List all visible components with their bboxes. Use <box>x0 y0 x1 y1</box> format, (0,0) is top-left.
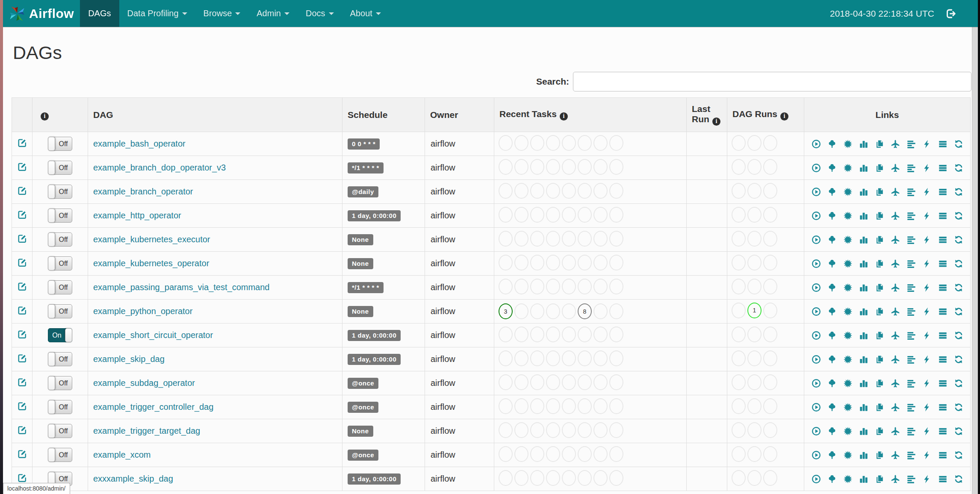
trigger-dag-icon[interactable] <box>812 474 821 484</box>
state-count-circle[interactable]: 3 <box>499 303 513 319</box>
dag-name-link[interactable]: example_subdag_operator <box>93 378 195 388</box>
edit-dag-icon[interactable] <box>18 282 27 291</box>
trigger-dag-icon[interactable] <box>812 211 821 221</box>
refresh-icon[interactable] <box>954 403 963 412</box>
task-tries-icon[interactable] <box>875 307 884 316</box>
gantt-view-icon[interactable] <box>906 283 916 292</box>
task-tries-icon[interactable] <box>875 355 884 364</box>
code-view-icon[interactable] <box>922 307 932 316</box>
trigger-dag-icon[interactable] <box>812 259 821 268</box>
dag-name-link[interactable]: example_http_operator <box>93 211 181 220</box>
edit-dag-icon[interactable] <box>18 401 27 411</box>
task-tries-icon[interactable] <box>875 259 884 268</box>
state-count-circle[interactable]: 1 <box>747 303 762 318</box>
state-count-circle[interactable]: 8 <box>578 303 592 319</box>
task-tries-icon[interactable] <box>875 379 884 388</box>
trigger-dag-icon[interactable] <box>812 426 821 436</box>
refresh-icon[interactable] <box>954 474 963 484</box>
dag-name-link[interactable]: example_branch_operator <box>93 187 193 196</box>
trigger-dag-icon[interactable] <box>812 403 821 412</box>
edit-dag-icon[interactable] <box>18 473 27 482</box>
task-duration-icon[interactable] <box>859 474 868 484</box>
trigger-dag-icon[interactable] <box>812 235 821 244</box>
landing-times-icon[interactable] <box>891 259 900 268</box>
graph-view-icon[interactable] <box>843 163 853 173</box>
tree-view-icon[interactable] <box>827 211 837 221</box>
search-input[interactable] <box>573 72 971 91</box>
trigger-dag-icon[interactable] <box>812 331 821 340</box>
gantt-view-icon[interactable] <box>906 163 916 173</box>
landing-times-icon[interactable] <box>891 187 900 197</box>
dag-pause-toggle[interactable]: Off <box>48 304 72 318</box>
dag-pause-toggle[interactable]: Off <box>48 352 72 366</box>
logs-icon[interactable] <box>938 474 948 484</box>
task-tries-icon[interactable] <box>875 163 884 173</box>
graph-view-icon[interactable] <box>843 307 853 316</box>
task-tries-icon[interactable] <box>875 331 884 340</box>
gantt-view-icon[interactable] <box>906 307 916 316</box>
dag-pause-toggle[interactable]: Off <box>48 376 72 390</box>
dag-name-link[interactable]: example_branch_dop_operator_v3 <box>93 163 226 172</box>
landing-times-icon[interactable] <box>891 163 900 173</box>
landing-times-icon[interactable] <box>891 355 900 364</box>
gantt-view-icon[interactable] <box>906 403 916 412</box>
nav-item-docs[interactable]: Docs <box>298 0 342 27</box>
tree-view-icon[interactable] <box>827 379 837 388</box>
code-view-icon[interactable] <box>922 187 932 197</box>
code-view-icon[interactable] <box>922 163 932 173</box>
logs-icon[interactable] <box>938 426 948 436</box>
task-duration-icon[interactable] <box>859 211 868 221</box>
refresh-icon[interactable] <box>954 307 963 316</box>
task-tries-icon[interactable] <box>875 283 884 292</box>
landing-times-icon[interactable] <box>891 403 900 412</box>
task-duration-icon[interactable] <box>859 355 868 364</box>
dag-pause-toggle[interactable]: Off <box>48 424 72 438</box>
code-view-icon[interactable] <box>922 283 932 292</box>
logs-icon[interactable] <box>938 259 948 268</box>
logs-icon[interactable] <box>938 235 948 244</box>
dag-name-link[interactable]: example_python_operator <box>93 306 192 316</box>
refresh-icon[interactable] <box>954 426 963 436</box>
graph-view-icon[interactable] <box>843 211 853 221</box>
nav-item-admin[interactable]: Admin <box>248 0 298 27</box>
tree-view-icon[interactable] <box>827 403 837 412</box>
tree-view-icon[interactable] <box>827 163 837 173</box>
tree-view-icon[interactable] <box>827 450 837 460</box>
gantt-view-icon[interactable] <box>906 426 916 436</box>
dag-name-link[interactable]: example_short_circuit_operator <box>93 330 213 340</box>
trigger-dag-icon[interactable] <box>812 355 821 364</box>
edit-dag-icon[interactable] <box>18 377 27 387</box>
tree-view-icon[interactable] <box>827 187 837 197</box>
dag-name-link[interactable]: example_kubernetes_operator <box>93 259 209 268</box>
dag-name-link[interactable]: exxxample_skip_dag <box>93 474 173 483</box>
logs-icon[interactable] <box>938 163 948 173</box>
dag-name-link[interactable]: example_trigger_controller_dag <box>93 402 213 412</box>
landing-times-icon[interactable] <box>891 139 900 149</box>
code-view-icon[interactable] <box>922 403 932 412</box>
code-view-icon[interactable] <box>922 379 932 388</box>
logs-icon[interactable] <box>938 307 948 316</box>
trigger-dag-icon[interactable] <box>812 139 821 149</box>
tree-view-icon[interactable] <box>827 235 837 244</box>
dag-pause-toggle[interactable]: Off <box>48 400 72 414</box>
edit-dag-icon[interactable] <box>18 306 27 315</box>
code-view-icon[interactable] <box>922 139 932 149</box>
tree-view-icon[interactable] <box>827 426 837 436</box>
graph-view-icon[interactable] <box>843 450 853 460</box>
logs-icon[interactable] <box>938 450 948 460</box>
task-duration-icon[interactable] <box>859 235 868 244</box>
trigger-dag-icon[interactable] <box>812 283 821 292</box>
nav-item-dags[interactable]: DAGs <box>80 0 119 27</box>
refresh-icon[interactable] <box>954 283 963 292</box>
task-tries-icon[interactable] <box>875 235 884 244</box>
logs-icon[interactable] <box>938 139 948 149</box>
tree-view-icon[interactable] <box>827 355 837 364</box>
dag-name-link[interactable]: example_trigger_target_dag <box>93 426 200 435</box>
task-duration-icon[interactable] <box>859 379 868 388</box>
refresh-icon[interactable] <box>954 187 963 197</box>
gantt-view-icon[interactable] <box>906 355 916 364</box>
dag-name-link[interactable]: example_skip_dag <box>93 354 165 364</box>
refresh-icon[interactable] <box>954 235 963 244</box>
edit-dag-icon[interactable] <box>18 329 27 339</box>
dag-pause-toggle[interactable]: Off <box>48 280 72 294</box>
